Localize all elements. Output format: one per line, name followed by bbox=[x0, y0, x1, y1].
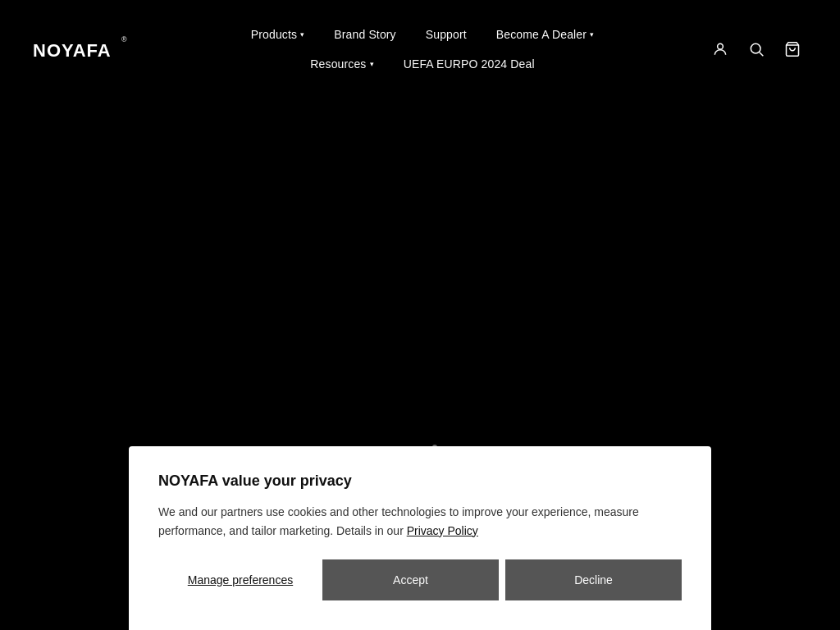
svg-point-2 bbox=[718, 43, 724, 49]
cookie-title: NOYAFA value your privacy bbox=[158, 472, 682, 490]
svg-text:®: ® bbox=[121, 35, 127, 43]
nav-uefa-deal[interactable]: UEFA EURPO 2024 Deal bbox=[389, 49, 550, 79]
chevron-down-icon: ▾ bbox=[590, 30, 594, 39]
chevron-down-icon: ▾ bbox=[300, 30, 304, 39]
nav-icons bbox=[705, 34, 807, 64]
cookie-body: We and our partners use cookies and othe… bbox=[158, 503, 682, 540]
nav-support[interactable]: Support bbox=[411, 20, 482, 49]
nav-resources[interactable]: Resources ▾ bbox=[295, 49, 388, 79]
nav-become-dealer[interactable]: Become A Dealer ▾ bbox=[482, 20, 609, 49]
main-navigation: Products ▾ Brand Story Support Become A … bbox=[139, 20, 705, 79]
accept-button[interactable]: Accept bbox=[322, 559, 499, 600]
chevron-down-icon: ▾ bbox=[370, 60, 374, 68]
svg-text:NOYAFA: NOYAFA bbox=[33, 40, 112, 61]
svg-line-4 bbox=[760, 52, 764, 57]
nav-row-top: Products ▾ Brand Story Support Become A … bbox=[236, 20, 609, 49]
cart-button[interactable] bbox=[778, 34, 807, 64]
site-header: NOYAFA ® Products ▾ Brand Story Support … bbox=[0, 0, 840, 98]
privacy-policy-link[interactable]: Privacy Policy bbox=[407, 524, 478, 537]
decline-button[interactable]: Decline bbox=[505, 559, 682, 600]
account-button[interactable] bbox=[705, 34, 735, 64]
manage-preferences-button[interactable]: Manage preferences bbox=[158, 567, 322, 593]
nav-row-bottom: Resources ▾ UEFA EURPO 2024 Deal bbox=[295, 49, 549, 79]
nav-brand-story[interactable]: Brand Story bbox=[319, 20, 410, 49]
nav-products[interactable]: Products ▾ bbox=[236, 20, 320, 49]
search-button[interactable] bbox=[742, 34, 771, 64]
cookie-banner: NOYAFA value your privacy We and our par… bbox=[129, 446, 711, 630]
svg-point-3 bbox=[751, 43, 760, 53]
logo[interactable]: NOYAFA ® bbox=[33, 27, 139, 71]
cookie-actions: Manage preferences Accept Decline bbox=[158, 559, 682, 600]
